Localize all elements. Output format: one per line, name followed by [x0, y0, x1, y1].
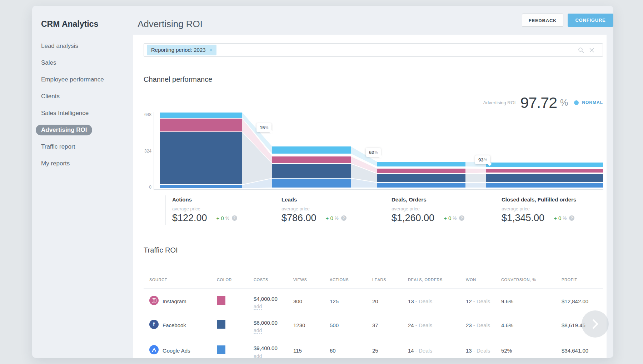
actions-value: 60 [330, 348, 336, 354]
column-header-color[interactable]: COLOR [217, 278, 232, 282]
deals-value: 24 - Deals [408, 322, 432, 328]
column-header-views[interactable]: VIEWS [293, 278, 307, 282]
stage-name: Closed deals, Fulfilled orders [502, 196, 603, 203]
app-title: CRM Analytics [41, 19, 98, 29]
won-value: 12 - Deals [466, 298, 490, 304]
divider [144, 288, 603, 289]
views-value: 300 [293, 298, 302, 304]
filter-input[interactable]: Reporting period: 2023× [144, 43, 603, 57]
help-icon[interactable]: ? [341, 215, 347, 221]
transition-value: 62 [369, 150, 374, 155]
stage-delta: + 0 [554, 215, 561, 221]
table-row[interactable]: f Facebook $6,000.00 add 1230 500 37 24 … [133, 312, 607, 337]
stage-name: Leads [281, 196, 385, 203]
filter-tag-reporting-period[interactable]: Reporting period: 2023× [147, 45, 216, 55]
table-row[interactable]: Instagram $4,000.00 add 300 125 20 13 - … [133, 289, 607, 312]
sidebar-item-lead-analysis[interactable]: Lead analysis [41, 43, 104, 50]
search-icon[interactable] [578, 47, 584, 53]
add-cost-link[interactable]: add [254, 353, 262, 358]
stage-subtitle: average price [392, 206, 495, 211]
sidebar-item-my-reports[interactable]: My reports [41, 160, 104, 167]
column-header-deals-orders[interactable]: DEALS, ORDERS [408, 278, 443, 282]
feedback-button[interactable]: FEEDBACK [522, 14, 563, 27]
sidebar-item-employee-performance[interactable]: Employee performance [41, 76, 104, 83]
divider [144, 262, 603, 262]
deals-value: 13 - Deals [408, 298, 432, 304]
bar-closed-sky[interactable] [486, 163, 603, 167]
funnel-chart: 648 324 0 [141, 112, 603, 191]
add-cost-link[interactable]: add [254, 304, 262, 310]
stage-delta-unit: % [225, 216, 229, 221]
table-scroll-right-button[interactable] [582, 310, 609, 338]
filter-tag-remove-icon[interactable]: × [209, 47, 213, 53]
bar-leads-pink[interactable] [272, 156, 351, 163]
column-header-profit[interactable]: PROFIT [562, 278, 577, 282]
transition-percent-bubble: 93% [475, 155, 490, 164]
sidebar-item-advertising-roi[interactable]: Advertising ROI [36, 125, 92, 135]
bar-leads-dark[interactable] [272, 164, 351, 178]
stage-delta: + 0 [444, 215, 451, 221]
color-swatch[interactable] [217, 345, 225, 354]
column-header-leads[interactable]: LEADS [372, 278, 386, 282]
bar-deals-sky[interactable] [377, 162, 465, 166]
instagram-icon [149, 296, 159, 305]
divider [144, 92, 603, 92]
bar-deals-bright[interactable] [377, 183, 465, 188]
views-value: 115 [293, 348, 302, 354]
stage-price: $786.00 [281, 213, 316, 224]
clear-filter-icon[interactable] [589, 47, 595, 53]
won-count: 13 [466, 348, 472, 354]
facebook-f-glyph: f [153, 321, 155, 328]
status-badge: NORMAL [582, 100, 603, 105]
sidebar-item-sales-intelligence[interactable]: Sales Intelligence [41, 110, 104, 117]
column-header-costs[interactable]: COSTS [254, 278, 268, 282]
bar-deals-dark[interactable] [377, 174, 465, 182]
transition-percent-bubble: 62% [366, 148, 381, 157]
bar-closed-bright[interactable] [486, 183, 603, 188]
bar-actions-dark[interactable] [160, 132, 242, 184]
transition-value: 15 [260, 125, 265, 130]
add-cost-link[interactable]: add [254, 328, 262, 334]
bar-leads-sky[interactable] [272, 146, 351, 154]
main-panel: CRM Analytics Lead analysis Sales Employ… [32, 6, 613, 358]
bar-deals-pink[interactable] [377, 169, 465, 173]
bar-leads-bright[interactable] [272, 179, 351, 188]
roi-value: 97.72 [520, 94, 557, 111]
deals-count: 24 [408, 322, 414, 328]
color-swatch[interactable] [217, 320, 225, 329]
bar-actions-sky[interactable] [160, 113, 242, 118]
bar-closed-pink[interactable] [486, 169, 603, 173]
stage-card-actions: Actions average price $122.00 + 0 % ? [165, 195, 275, 225]
stage-name: Deals, Orders [392, 196, 495, 203]
sidebar-item-clients[interactable]: Clients [41, 93, 104, 100]
color-swatch[interactable] [217, 296, 225, 305]
source-name: Instagram [163, 298, 186, 304]
column-header-conversion[interactable]: CONVERSION, % [501, 278, 536, 282]
sidebar-item-sales[interactable]: Sales [41, 59, 104, 66]
configure-button[interactable]: CONFIGURE [568, 14, 613, 27]
bar-closed-dark[interactable] [486, 174, 603, 182]
google-ads-glyph [151, 347, 157, 353]
roi-unit: % [560, 98, 568, 108]
help-icon[interactable]: ? [232, 215, 237, 221]
column-header-source[interactable]: SOURCE [149, 278, 168, 282]
column-header-actions[interactable]: ACTIONS [330, 278, 349, 282]
stage-delta: + 0 [216, 215, 224, 221]
facebook-icon: f [149, 320, 159, 329]
transition-percent-bubble: 15% [256, 123, 271, 132]
table-row[interactable]: Google Ads $9,400.00 add 115 60 25 14 - … [133, 337, 607, 358]
conversion-value: 52% [501, 348, 512, 354]
status-dot [574, 100, 579, 105]
won-suffix: - Deals [473, 298, 490, 304]
column-header-won[interactable]: WON [466, 278, 476, 282]
sidebar-item-traffic-report[interactable]: Traffic report [41, 143, 104, 150]
bar-actions-bright[interactable] [160, 185, 242, 188]
costs-value: $9,400.00 [254, 345, 278, 351]
stage-card-leads: Leads average price $786.00 + 0 % ? [275, 195, 385, 225]
chevron-right-icon [590, 319, 600, 329]
help-icon[interactable]: ? [459, 215, 464, 221]
help-icon[interactable]: ? [569, 215, 574, 221]
bar-actions-pink[interactable] [160, 119, 242, 131]
source-name: Google Ads [163, 348, 190, 354]
conversion-value: 4.6% [501, 322, 513, 328]
